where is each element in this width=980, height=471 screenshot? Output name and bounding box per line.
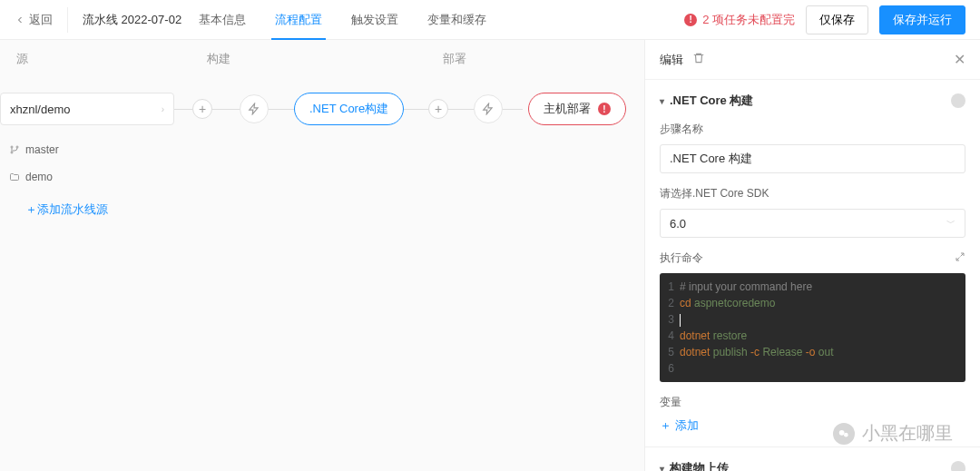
step-name-input[interactable] bbox=[660, 144, 965, 173]
sdk-value: 6.0 bbox=[670, 217, 686, 231]
source-branch: master bbox=[9, 143, 644, 156]
add-source-label: 添加流水线源 bbox=[37, 202, 108, 216]
section-name: .NET Core 构建 bbox=[670, 93, 753, 109]
build-node-label: .NET Core构建 bbox=[309, 101, 388, 117]
pipeline-canvas[interactable]: 源 构建 部署 xhznl/demo › + .NET Core构建 + bbox=[0, 40, 644, 471]
save-button[interactable]: 仅保存 bbox=[806, 5, 868, 34]
deploy-node-label: 主机部署 bbox=[544, 101, 591, 117]
panel-header: 编辑 ✕ bbox=[645, 40, 980, 80]
config-warning[interactable]: ! 2 项任务未配置完 bbox=[684, 12, 795, 28]
label-command: 执行命令 bbox=[660, 250, 965, 266]
build-node[interactable]: .NET Core构建 bbox=[294, 93, 404, 125]
back-label: 返回 bbox=[29, 12, 53, 28]
caret-down-icon: ▾ bbox=[660, 464, 664, 472]
source-repo: xhznl/demo bbox=[10, 103, 70, 116]
expand-icon bbox=[955, 251, 965, 262]
label-sdk: 请选择.NET Core SDK bbox=[660, 186, 965, 201]
close-button[interactable]: ✕ bbox=[954, 51, 965, 68]
artifact-section-header[interactable]: ▾ 构建物上传 bbox=[660, 460, 965, 471]
branch-name: master bbox=[25, 143, 59, 156]
bolt-icon bbox=[248, 103, 260, 115]
tab-vars[interactable]: 变量和缓存 bbox=[413, 0, 501, 40]
flow-row: xhznl/demo › + .NET Core构建 + 主机部署 ! bbox=[0, 93, 644, 129]
chevron-left-icon bbox=[15, 15, 25, 25]
panel-body: ▾ .NET Core 构建 步骤名称 请选择.NET Core SDK 6.0… bbox=[645, 80, 980, 471]
delete-button[interactable] bbox=[692, 52, 705, 67]
svg-point-2 bbox=[11, 152, 13, 153]
tab-trigger[interactable]: 触发设置 bbox=[337, 0, 413, 40]
command-editor[interactable]: 1# input your command here 2cd aspnetcor… bbox=[660, 273, 965, 382]
save-and-run-button[interactable]: 保存并运行 bbox=[879, 5, 965, 34]
add-source-button[interactable]: ＋添加流水线源 bbox=[25, 201, 644, 218]
source-node[interactable]: xhznl/demo › bbox=[0, 93, 174, 125]
add-stage-button[interactable]: + bbox=[428, 99, 448, 119]
error-badge-icon: ! bbox=[598, 103, 611, 115]
warning-text: 2 项任务未配置完 bbox=[702, 12, 795, 28]
folder-icon bbox=[9, 172, 20, 182]
tab-basic[interactable]: 基本信息 bbox=[184, 0, 260, 40]
section-header[interactable]: ▾ .NET Core 构建 bbox=[660, 93, 965, 109]
header-actions: ! 2 项任务未配置完 仅保存 保存并运行 bbox=[684, 5, 965, 34]
label-variables: 变量 bbox=[660, 395, 965, 410]
divider bbox=[645, 446, 980, 447]
chevron-right-icon: › bbox=[162, 104, 164, 114]
code-line: # input your command here bbox=[680, 280, 812, 293]
column-headers: 源 构建 部署 bbox=[0, 40, 644, 76]
dir-name: demo bbox=[25, 171, 53, 183]
source-dir: demo bbox=[9, 171, 644, 183]
header: 返回 流水线 2022-07-02 基本信息 流程配置 触发设置 变量和缓存 !… bbox=[0, 0, 980, 40]
edit-panel: 编辑 ✕ ▾ .NET Core 构建 步骤名称 请选择.NET Core SD… bbox=[644, 40, 980, 471]
col-deploy: 部署 bbox=[426, 40, 644, 76]
warning-icon: ! bbox=[684, 14, 697, 26]
back-button[interactable]: 返回 bbox=[15, 7, 68, 33]
panel-title: 编辑 bbox=[660, 52, 683, 68]
svg-point-1 bbox=[16, 146, 18, 148]
command-label-text: 执行命令 bbox=[660, 250, 703, 266]
artifact-section-name: 构建物上传 bbox=[670, 460, 729, 471]
add-variable-button[interactable]: ＋ 添加 bbox=[660, 417, 965, 434]
svg-point-0 bbox=[11, 146, 13, 148]
trigger-icon-button[interactable] bbox=[474, 94, 503, 123]
deploy-node[interactable]: 主机部署 ! bbox=[528, 93, 626, 125]
remove-step-button[interactable] bbox=[951, 93, 965, 108]
page-title: 流水线 2022-07-02 bbox=[83, 12, 181, 28]
sdk-select[interactable]: 6.0 ﹀ bbox=[660, 209, 965, 238]
branch-icon bbox=[9, 144, 20, 155]
col-build: 构建 bbox=[191, 40, 426, 76]
connector-line bbox=[396, 109, 523, 110]
label-step-name: 步骤名称 bbox=[660, 122, 965, 137]
chevron-down-icon: ﹀ bbox=[946, 217, 956, 230]
remove-artifact-button[interactable] bbox=[951, 461, 965, 471]
tabs: 基本信息 流程配置 触发设置 变量和缓存 bbox=[184, 0, 501, 40]
col-source: 源 bbox=[0, 40, 191, 76]
trigger-icon-button[interactable] bbox=[240, 94, 269, 123]
caret-down-icon: ▾ bbox=[660, 96, 664, 106]
bolt-icon bbox=[482, 103, 495, 115]
trash-icon bbox=[692, 52, 705, 64]
add-label: 添加 bbox=[675, 418, 699, 432]
expand-button[interactable] bbox=[955, 251, 965, 265]
tab-flow[interactable]: 流程配置 bbox=[260, 0, 337, 40]
add-stage-button[interactable]: + bbox=[192, 99, 212, 119]
